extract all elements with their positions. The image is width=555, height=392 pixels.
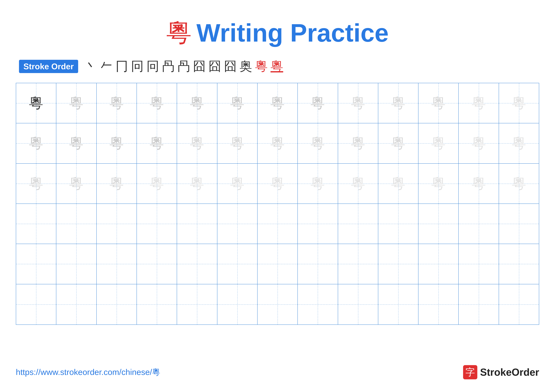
stroke-order-badge: Stroke Order (19, 60, 78, 73)
grid-cell-2-9[interactable]: 粵 (338, 123, 378, 164)
grid-cell-6-10[interactable] (378, 284, 418, 324)
char-light: 粵 (512, 134, 526, 153)
grid-cell-2-7[interactable]: 粵 (258, 123, 298, 164)
grid-cell-3-10[interactable]: 粵 (378, 164, 418, 204)
grid-cell-4-8[interactable] (298, 204, 338, 244)
grid-cell-5-9[interactable] (338, 244, 378, 284)
char-light: 粵 (230, 93, 244, 113)
grid-cell-3-8[interactable]: 粵 (298, 164, 338, 204)
grid-cell-4-12[interactable] (459, 204, 499, 244)
grid-cell-3-3[interactable]: 粵 (97, 164, 137, 204)
grid-cell-3-7[interactable]: 粵 (258, 164, 298, 204)
grid-cell-5-10[interactable] (378, 244, 418, 284)
char-light: 粵 (190, 93, 204, 113)
char-light: 粵 (270, 174, 285, 193)
grid-cell-5-3[interactable] (97, 244, 137, 284)
grid-cell-1-10[interactable]: 粵 (378, 83, 418, 123)
grid-cell-2-1[interactable]: 粵 (16, 123, 56, 164)
grid-cell-4-3[interactable] (97, 204, 137, 244)
grid-cell-2-5[interactable]: 粵 (177, 123, 217, 164)
grid-cell-6-4[interactable] (137, 284, 177, 324)
grid-cell-4-4[interactable] (137, 204, 177, 244)
char-light: 粵 (69, 134, 83, 153)
grid-cell-2-4[interactable]: 粵 (137, 123, 177, 164)
char-light: 粵 (391, 134, 405, 153)
grid-cell-5-1[interactable] (16, 244, 56, 284)
grid-cell-1-1[interactable]: 粵 (16, 83, 56, 123)
grid-cell-4-7[interactable] (258, 204, 298, 244)
char-light: 粵 (150, 134, 164, 153)
grid-cell-5-6[interactable] (217, 244, 258, 284)
grid-cell-1-6[interactable]: 粵 (217, 83, 258, 123)
grid-cell-3-12[interactable]: 粵 (459, 164, 499, 204)
grid-cell-6-2[interactable] (56, 284, 96, 324)
grid-cell-4-6[interactable] (217, 204, 258, 244)
grid-cell-1-13[interactable]: 粵 (499, 83, 539, 123)
grid-cell-2-6[interactable]: 粵 (217, 123, 258, 164)
char-dark: 粵 (29, 93, 43, 113)
stroke-order-row: Stroke Order 丶 𠂉 冂 冋 冋 冎 冎 囧 囧 囧 奥 粵 粵 (16, 58, 539, 75)
grid-cell-4-11[interactable] (418, 204, 459, 244)
char-light: 粵 (110, 93, 124, 113)
grid-cell-5-11[interactable] (418, 244, 459, 284)
grid-cell-2-2[interactable]: 粵 (56, 123, 96, 164)
grid-cell-5-5[interactable] (177, 244, 217, 284)
grid-cell-4-1[interactable] (16, 204, 56, 244)
grid-cell-6-8[interactable] (298, 284, 338, 324)
grid-cell-5-12[interactable] (459, 244, 499, 284)
title-area: 粵 Writing Practice (166, 16, 388, 50)
grid-cell-4-10[interactable] (378, 204, 418, 244)
char-light: 粵 (431, 93, 445, 113)
stroke-step-1: 丶 (85, 58, 97, 75)
grid-cell-4-9[interactable] (338, 204, 378, 244)
grid-cell-6-11[interactable] (418, 284, 459, 324)
grid-cell-3-13[interactable]: 粵 (499, 164, 539, 204)
grid-cell-1-3[interactable]: 粵 (97, 83, 137, 123)
grid-cell-1-9[interactable]: 粵 (338, 83, 378, 123)
grid-cell-4-2[interactable] (56, 204, 96, 244)
grid-cell-3-4[interactable]: 粵 (137, 164, 177, 204)
grid-cell-6-5[interactable] (177, 284, 217, 324)
char-light: 粵 (311, 174, 325, 193)
grid-cell-1-4[interactable]: 粵 (137, 83, 177, 123)
grid-cell-5-2[interactable] (56, 244, 96, 284)
grid-cell-3-9[interactable]: 粵 (338, 164, 378, 204)
grid-cell-1-2[interactable]: 粵 (56, 83, 96, 123)
grid-cell-6-7[interactable] (258, 284, 298, 324)
grid-cell-6-13[interactable] (499, 284, 539, 324)
grid-cell-6-3[interactable] (97, 284, 137, 324)
grid-cell-5-13[interactable] (499, 244, 539, 284)
grid-cell-6-12[interactable] (459, 284, 499, 324)
grid-cell-4-13[interactable] (499, 204, 539, 244)
grid-cell-1-5[interactable]: 粵 (177, 83, 217, 123)
grid-cell-3-5[interactable]: 粵 (177, 164, 217, 204)
grid-cell-1-7[interactable]: 粵 (258, 83, 298, 123)
grid-cell-2-13[interactable]: 粵 (499, 123, 539, 164)
grid-cell-1-12[interactable]: 粵 (459, 83, 499, 123)
grid-cell-4-5[interactable] (177, 204, 217, 244)
grid-cell-2-8[interactable]: 粵 (298, 123, 338, 164)
grid-cell-1-11[interactable]: 粵 (418, 83, 459, 123)
grid-cell-2-12[interactable]: 粵 (459, 123, 499, 164)
grid-cell-5-4[interactable] (137, 244, 177, 284)
grid-cell-3-1[interactable]: 粵 (16, 164, 56, 204)
char-light: 粵 (150, 174, 164, 193)
grid-cell-6-9[interactable] (338, 284, 378, 324)
grid-row-3: 粵 粵 粵 粵 粵 粵 粵 粵 粵 粵 粵 粵 粵 (16, 164, 539, 204)
char-light: 粵 (351, 134, 365, 153)
grid-cell-5-7[interactable] (258, 244, 298, 284)
grid-cell-2-3[interactable]: 粵 (97, 123, 137, 164)
grid-cell-6-6[interactable] (217, 284, 258, 324)
grid-cell-2-10[interactable]: 粵 (378, 123, 418, 164)
char-light: 粵 (110, 134, 124, 153)
grid-cell-3-6[interactable]: 粵 (217, 164, 258, 204)
grid-cell-6-1[interactable] (16, 284, 56, 324)
page: 粵 Writing Practice Stroke Order 丶 𠂉 冂 冋 … (0, 0, 555, 392)
footer-logo-text: StrokeOrder (480, 366, 539, 378)
grid-cell-1-8[interactable]: 粵 (298, 83, 338, 123)
grid-cell-2-11[interactable]: 粵 (418, 123, 459, 164)
grid-cell-3-2[interactable]: 粵 (56, 164, 96, 204)
grid-cell-3-11[interactable]: 粵 (418, 164, 459, 204)
page-title: Writing Practice (196, 18, 388, 47)
grid-cell-5-8[interactable] (298, 244, 338, 284)
